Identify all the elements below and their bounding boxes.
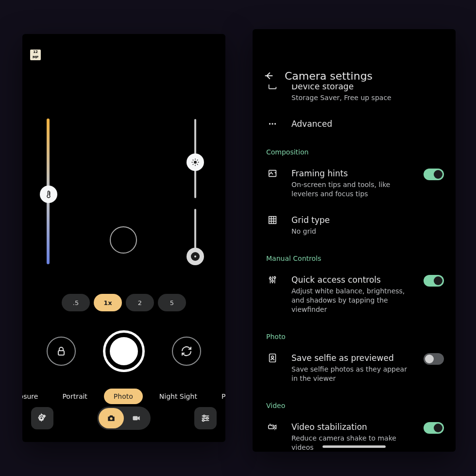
settings-item-text: Framing hintsOn-screen tips and tools, l…	[291, 168, 411, 199]
zoom-selector: .51x25	[22, 294, 225, 311]
settings-item-title: Device storage	[291, 85, 445, 92]
thermometer-icon	[44, 190, 53, 199]
settings-item[interactable]: Quick access controlsAdjust white balanc…	[253, 266, 456, 322]
capture-controls	[22, 330, 225, 372]
svg-line-5	[193, 160, 194, 161]
svg-point-11	[110, 417, 112, 420]
svg-point-17	[206, 417, 208, 419]
settings-item-subtitle: No grid	[291, 227, 445, 236]
switch-camera-icon	[181, 345, 192, 357]
settings-item-title: Advanced	[291, 118, 445, 130]
selfie-icon	[266, 352, 279, 363]
mode-option[interactable]: g Exposure	[22, 389, 46, 404]
storage-icon	[266, 85, 279, 92]
settings-item-title: Save selfie as previewed	[291, 352, 411, 364]
svg-rect-24	[269, 217, 276, 224]
settings-item-subtitle: Storage Saver, Free up space	[291, 93, 445, 102]
shutter-button[interactable]	[103, 330, 145, 372]
shadow-handle[interactable]	[187, 248, 204, 265]
camera-app: 12 MP .51x25 g ExposurePortraitPhot	[22, 34, 225, 442]
settings-item-title: Video stabilization	[291, 421, 411, 433]
svg-point-18	[203, 420, 204, 422]
svg-point-21	[274, 123, 276, 124]
svg-line-6	[197, 164, 198, 165]
zoom-option[interactable]: 2	[126, 294, 154, 311]
zoom-option[interactable]: 5	[158, 294, 186, 311]
sliders-icon	[266, 274, 279, 285]
svg-point-33	[272, 280, 273, 282]
settings-item-title: Quick access controls	[291, 274, 411, 286]
toggle-switch[interactable]	[424, 275, 444, 287]
settings-section-header: Manual Controls	[253, 244, 456, 266]
sliders-icon	[200, 413, 211, 424]
back-icon[interactable]	[263, 70, 274, 81]
mode-selector[interactable]: g ExposurePortraitPhotoNight SightPanora…	[22, 388, 225, 405]
toggle-switch[interactable]	[424, 169, 444, 180]
settings-section-header: Composition	[253, 137, 456, 160]
photo-video-toggle[interactable]	[97, 407, 151, 430]
lock-button[interactable]	[47, 337, 76, 366]
svg-point-32	[270, 277, 272, 279]
settings-item-text: Advanced	[291, 118, 445, 130]
grid-icon	[266, 214, 279, 225]
svg-point-34	[274, 277, 276, 279]
mode-option[interactable]: Photo	[104, 389, 143, 404]
bottom-toolbar	[22, 406, 225, 430]
video-mode-button[interactable]	[124, 408, 149, 428]
svg-point-16	[203, 415, 205, 417]
settings-title: Camera settings	[285, 70, 373, 82]
svg-point-36	[272, 356, 274, 358]
svg-point-20	[272, 123, 273, 124]
svg-line-7	[193, 164, 194, 165]
video-icon	[132, 413, 141, 423]
settings-item[interactable]: Save selfie as previewedSave selfie phot…	[253, 344, 456, 391]
frame-icon	[266, 168, 279, 179]
settings-item-text: Save selfie as previewedSave selfie phot…	[291, 352, 411, 383]
svg-rect-9	[58, 351, 64, 355]
svg-point-0	[194, 161, 197, 164]
gesture-bar	[323, 445, 386, 448]
photo-mode-button[interactable]	[99, 408, 124, 428]
settings-item[interactable]: Grid typeNo grid	[253, 206, 456, 244]
settings-section-header: Video	[253, 391, 456, 413]
settings-item-text: Device storageStorage Saver, Free up spa…	[291, 85, 445, 102]
contrast-icon	[191, 252, 200, 261]
settings-item[interactable]: Advanced	[253, 110, 456, 137]
dots-icon	[266, 118, 279, 129]
toggle-switch[interactable]	[424, 422, 444, 434]
brightness-handle[interactable]	[187, 153, 204, 171]
quick-settings-button[interactable]	[31, 407, 53, 429]
camera-icon	[106, 413, 116, 423]
adjust-button[interactable]	[194, 407, 217, 429]
zoom-option[interactable]: .5	[62, 294, 90, 311]
settings-header: Camera settings	[253, 65, 456, 86]
shutter-icon	[110, 337, 138, 365]
settings-item-subtitle: Save selfie photos as they appear in the…	[291, 365, 411, 383]
switch-camera-button[interactable]	[172, 337, 201, 366]
settings-item-title: Grid type	[291, 214, 445, 226]
settings-item-subtitle: Reduce camera shake to make videos	[291, 434, 411, 452]
settings-item-subtitle: On-screen tips and tools, like levelers …	[291, 180, 411, 199]
white-balance-handle[interactable]	[40, 186, 57, 203]
settings-item[interactable]: Device storageStorage Saver, Free up spa…	[253, 85, 456, 110]
mode-option[interactable]: Night Sight	[152, 389, 205, 404]
lock-icon	[55, 345, 67, 357]
svg-rect-12	[133, 416, 138, 420]
svg-line-8	[197, 160, 198, 161]
settings-item[interactable]: Framing hintsOn-screen tips and tools, l…	[253, 160, 456, 206]
svg-point-23	[271, 171, 272, 172]
settings-item-subtitle: Adjust white balance, brightness, and sh…	[291, 287, 411, 314]
toggle-switch[interactable]	[424, 353, 444, 365]
settings-list[interactable]: Device storageStorage Saver, Free up spa…	[253, 85, 456, 452]
svg-point-19	[269, 123, 271, 124]
zoom-option[interactable]: 1x	[94, 294, 122, 311]
camera-settings-panel: Camera settings Device storageStorage Sa…	[253, 29, 456, 452]
svg-point-10	[40, 417, 43, 420]
focus-indicator	[110, 226, 137, 254]
settings-section-header: Photo	[253, 322, 456, 344]
resolution-badge[interactable]: 12 MP	[30, 50, 41, 60]
brightness-icon	[191, 158, 200, 167]
mode-option[interactable]: Portrait	[54, 389, 95, 404]
mode-option[interactable]: Panorar	[214, 389, 225, 404]
settings-item-text: Quick access controlsAdjust white balanc…	[291, 274, 411, 314]
